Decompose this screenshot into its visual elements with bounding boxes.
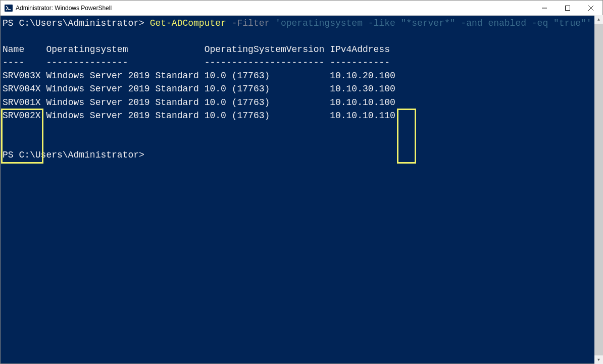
cmdlet-name: Get-ADComputer (150, 18, 226, 28)
underline: ---------------------- (205, 58, 325, 68)
cell-ip: 10.10. (330, 111, 363, 121)
close-button[interactable] (579, 1, 602, 15)
filter-flag: -Filter (226, 18, 275, 28)
cell-osver: 10.0 (17763) (205, 71, 270, 81)
cell-name: SRV003X (3, 71, 41, 81)
powershell-icon (5, 4, 13, 12)
minimize-button[interactable] (533, 1, 556, 15)
maximize-button[interactable] (556, 1, 579, 15)
powershell-window: Administrator: Windows PowerShell PS C:\… (0, 0, 603, 364)
cell-ip: 10.10. (330, 84, 363, 94)
scroll-up-icon[interactable]: ▲ (594, 15, 603, 24)
col-header-os: Operatingsystem (46, 44, 128, 55)
cell-os: Windows Server 2019 Standard (46, 84, 198, 94)
highlight-box-ip-octet (397, 109, 416, 164)
cell-name: SRV004X (3, 84, 41, 94)
cell-ip: 10.10. (330, 97, 363, 108)
cell-ip: 10.10. (330, 71, 363, 81)
cell-ip: 20. (363, 71, 379, 81)
underline: --------------- (46, 58, 128, 68)
filter-value: 'operatingsystem -like "*server*" -and e… (275, 18, 592, 28)
scrollbar-track[interactable] (594, 24, 603, 355)
terminal-content[interactable]: PS C:\Users\Administrator> Get-ADCompute… (1, 16, 602, 363)
col-header-name: Name (3, 44, 24, 55)
cell-os: Windows Server 2019 Standard (46, 111, 198, 121)
titlebar[interactable]: Administrator: Windows PowerShell (1, 1, 602, 16)
cell-name: SRV001X (3, 97, 41, 108)
vertical-scrollbar[interactable]: ▲ ▼ (594, 15, 603, 364)
cell-ip: 100 (379, 97, 395, 108)
cell-os: Windows Server 2019 Standard (46, 71, 198, 81)
underline: ---- (3, 58, 24, 68)
cell-os: Windows Server 2019 Standard (46, 97, 198, 108)
cell-name: SRV002X (3, 111, 41, 121)
col-header-osver: OperatingSystemVersion (205, 44, 325, 55)
cell-ip: 100 (379, 84, 395, 94)
svg-rect-2 (566, 6, 570, 10)
prompt-text: PS C:\Users\Administrator> (3, 18, 150, 28)
cell-ip: 10. (363, 111, 379, 121)
cell-ip: 110 (379, 111, 395, 121)
window-controls (533, 1, 602, 15)
cell-ip: 30. (363, 84, 379, 94)
cell-osver: 10.0 (17763) (205, 97, 270, 108)
window-title: Administrator: Windows PowerShell (16, 5, 533, 12)
cell-osver: 10.0 (17763) (205, 84, 270, 94)
cell-ip: 100 (379, 71, 395, 81)
cell-osver: 10.0 (17763) (205, 111, 270, 121)
scrollbar-thumb[interactable] (594, 24, 603, 355)
prompt-text: PS C:\Users\Administrator> (3, 150, 144, 160)
scroll-down-icon[interactable]: ▼ (594, 355, 603, 364)
cell-ip: 10. (363, 97, 379, 108)
underline: ----------- (330, 58, 390, 68)
col-header-ip: IPv4Address (330, 44, 390, 55)
